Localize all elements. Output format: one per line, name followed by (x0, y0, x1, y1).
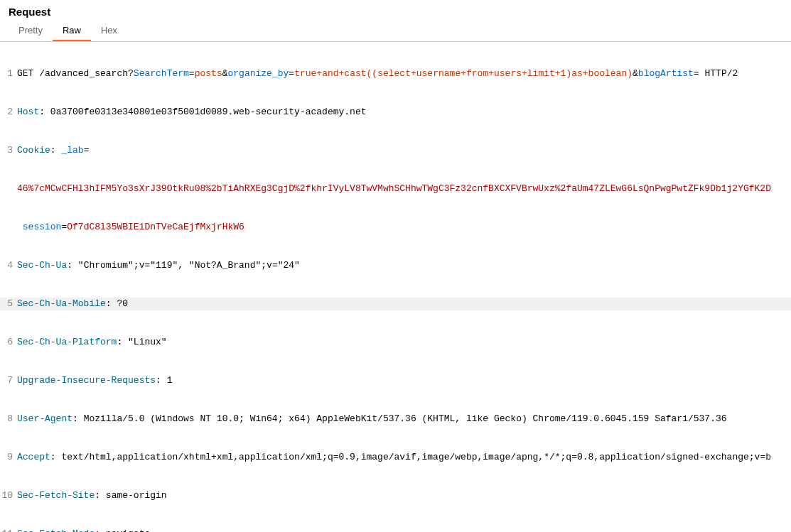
request-tabs: Pretty Raw Hex (0, 21, 791, 42)
tab-hex[interactable]: Hex (91, 21, 127, 41)
request-code[interactable]: 1GET /advanced_search?SearchTerm=posts&o… (0, 42, 791, 532)
tab-raw[interactable]: Raw (53, 21, 91, 41)
request-panel: Request Pretty Raw Hex 1GET /advanced_se… (0, 0, 791, 532)
request-title: Request (0, 0, 791, 21)
tab-pretty[interactable]: Pretty (9, 21, 53, 41)
